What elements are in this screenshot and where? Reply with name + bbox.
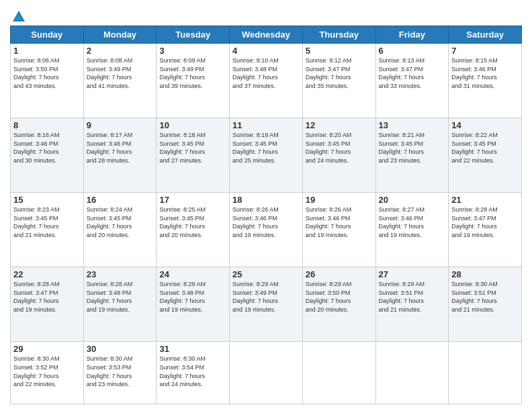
day-number: 2 — [87, 46, 154, 56]
day-number: 21 — [451, 195, 519, 205]
logo — [10, 9, 26, 21]
day-info-line: Daylight: 7 hours — [306, 223, 351, 230]
day-number: 13 — [379, 120, 446, 130]
day-info-line: Sunrise: 8:29 AM — [232, 281, 279, 287]
day-info: Sunrise: 8:18 AMSunset: 3:45 PMDaylight:… — [159, 131, 226, 165]
calendar-cell: 11Sunrise: 8:19 AMSunset: 3:45 PMDayligh… — [230, 118, 303, 193]
day-info-line: Daylight: 7 hours — [87, 373, 132, 379]
day-info-line: Sunset: 3:46 PM — [451, 66, 496, 73]
day-info-line: Sunset: 3:45 PM — [379, 140, 424, 147]
day-info-line: and 19 minutes. — [379, 232, 422, 238]
calendar-row-5: 29Sunrise: 8:30 AMSunset: 3:52 PMDayligh… — [11, 342, 522, 404]
day-info-line: Sunrise: 8:27 AM — [379, 206, 425, 213]
calendar-cell: 1Sunrise: 8:06 AMSunset: 3:50 PMDaylight… — [11, 44, 84, 118]
day-number: 12 — [306, 120, 373, 130]
day-info-line: and 30 minutes. — [13, 157, 56, 164]
calendar-cell: 10Sunrise: 8:18 AMSunset: 3:45 PMDayligh… — [157, 118, 230, 193]
day-info-line: Sunset: 3:46 PM — [379, 215, 424, 222]
day-info-line: Sunset: 3:48 PM — [232, 66, 277, 73]
day-number: 4 — [232, 46, 300, 56]
day-info-line: Sunrise: 8:06 AM — [13, 57, 60, 64]
day-info-line: Sunrise: 8:28 AM — [87, 281, 133, 287]
day-info-line: Sunrise: 8:29 AM — [306, 281, 352, 287]
weekday-header-friday: Friday — [375, 26, 449, 44]
logo-icon — [11, 9, 26, 24]
day-info: Sunrise: 8:27 AMSunset: 3:46 PMDaylight:… — [379, 205, 446, 239]
day-number: 16 — [87, 195, 154, 205]
day-info-line: Sunset: 3:45 PM — [232, 140, 277, 147]
day-info-line: Sunset: 3:47 PM — [306, 66, 351, 73]
calendar-row-1: 1Sunrise: 8:06 AMSunset: 3:50 PMDaylight… — [11, 44, 522, 118]
day-info-line: Sunrise: 8:30 AM — [87, 355, 133, 362]
day-info-line: Sunrise: 8:30 AM — [451, 281, 498, 287]
day-info: Sunrise: 8:19 AMSunset: 3:45 PMDaylight:… — [232, 131, 300, 165]
day-info-line: Sunrise: 8:13 AM — [379, 57, 425, 64]
day-info-line: Daylight: 7 hours — [87, 298, 132, 304]
day-info-line: and 24 minutes. — [306, 157, 349, 164]
calendar-cell: 12Sunrise: 8:20 AMSunset: 3:45 PMDayligh… — [302, 118, 375, 193]
day-number: 19 — [306, 195, 373, 205]
day-info-line: and 19 minutes. — [232, 232, 275, 238]
calendar-cell — [302, 342, 375, 404]
day-number: 29 — [13, 344, 81, 354]
day-info-line: Sunset: 3:48 PM — [159, 289, 204, 296]
day-info-line: Sunrise: 8:26 AM — [306, 206, 352, 213]
day-info: Sunrise: 8:22 AMSunset: 3:45 PMDaylight:… — [451, 131, 519, 165]
day-info-line: Sunrise: 8:20 AM — [306, 132, 352, 138]
day-info-line: Sunrise: 8:17 AM — [87, 132, 133, 138]
day-info-line: Sunrise: 8:26 AM — [232, 206, 279, 213]
day-info-line: Sunset: 3:45 PM — [306, 140, 351, 147]
day-number: 6 — [379, 46, 446, 56]
calendar-cell: 24Sunrise: 8:29 AMSunset: 3:48 PMDayligh… — [157, 267, 230, 342]
calendar-cell: 31Sunrise: 8:30 AMSunset: 3:54 PMDayligh… — [157, 342, 230, 404]
calendar-row-2: 8Sunrise: 8:16 AMSunset: 3:46 PMDaylight… — [11, 118, 522, 193]
day-info-line: and 21 minutes. — [379, 306, 422, 313]
day-number: 25 — [232, 269, 300, 279]
day-info-line: and 23 minutes. — [87, 381, 130, 387]
day-info-line: Sunset: 3:47 PM — [451, 215, 496, 222]
day-info-line: Sunrise: 8:08 AM — [87, 57, 133, 64]
day-info-line: Sunset: 3:45 PM — [159, 140, 204, 147]
day-info-line: Sunrise: 8:19 AM — [232, 132, 279, 138]
day-info-line: and 20 minutes. — [306, 306, 349, 313]
day-info: Sunrise: 8:29 AMSunset: 3:51 PMDaylight:… — [379, 280, 446, 314]
day-info-line: Daylight: 7 hours — [451, 74, 497, 81]
calendar-cell: 27Sunrise: 8:29 AMSunset: 3:51 PMDayligh… — [375, 267, 449, 342]
day-info-line: and 23 minutes. — [379, 157, 422, 164]
day-info: Sunrise: 8:16 AMSunset: 3:46 PMDaylight:… — [13, 131, 81, 165]
day-info-line: Sunset: 3:47 PM — [13, 289, 58, 296]
day-info-line: Daylight: 7 hours — [159, 74, 205, 81]
day-info-line: Daylight: 7 hours — [232, 74, 278, 81]
day-info-line: Daylight: 7 hours — [232, 223, 278, 230]
day-info: Sunrise: 8:26 AMSunset: 3:46 PMDaylight:… — [232, 205, 300, 239]
calendar-cell: 17Sunrise: 8:25 AMSunset: 3:45 PMDayligh… — [157, 193, 230, 267]
day-number: 5 — [306, 46, 373, 56]
calendar-cell: 19Sunrise: 8:26 AMSunset: 3:46 PMDayligh… — [302, 193, 375, 267]
day-info-line: and 39 minutes. — [159, 83, 202, 89]
day-info-line: and 20 minutes. — [87, 232, 130, 238]
day-info-line: Daylight: 7 hours — [159, 298, 205, 304]
day-info-line: Sunrise: 8:25 AM — [159, 206, 206, 213]
day-info-line: Sunrise: 8:24 AM — [87, 206, 133, 213]
day-number: 14 — [451, 120, 519, 130]
header-row: SundayMondayTuesdayWednesdayThursdayFrid… — [11, 26, 522, 44]
day-info-line: Sunset: 3:45 PM — [451, 140, 496, 147]
day-info-line: and 21 minutes. — [451, 306, 494, 313]
day-info-line: Daylight: 7 hours — [159, 148, 205, 155]
day-info-line: Daylight: 7 hours — [451, 148, 497, 155]
calendar-cell: 4Sunrise: 8:10 AMSunset: 3:48 PMDaylight… — [230, 44, 303, 118]
day-info: Sunrise: 8:29 AMSunset: 3:49 PMDaylight:… — [232, 280, 300, 314]
day-info: Sunrise: 8:30 AMSunset: 3:54 PMDaylight:… — [159, 355, 226, 388]
calendar-cell: 30Sunrise: 8:30 AMSunset: 3:53 PMDayligh… — [83, 342, 157, 404]
calendar-cell: 16Sunrise: 8:24 AMSunset: 3:45 PMDayligh… — [83, 193, 157, 267]
day-info: Sunrise: 8:28 AMSunset: 3:47 PMDaylight:… — [451, 205, 519, 239]
calendar-table: SundayMondayTuesdayWednesdayThursdayFrid… — [10, 26, 522, 404]
calendar-cell: 9Sunrise: 8:17 AMSunset: 3:46 PMDaylight… — [83, 118, 157, 193]
day-info-line: Daylight: 7 hours — [87, 148, 132, 155]
day-number: 31 — [159, 344, 226, 354]
day-info-line: Daylight: 7 hours — [13, 298, 59, 304]
day-info: Sunrise: 8:20 AMSunset: 3:45 PMDaylight:… — [306, 131, 373, 165]
day-info-line: Sunset: 3:49 PM — [159, 66, 204, 73]
day-info-line: Sunset: 3:52 PM — [13, 364, 58, 371]
day-info-line: Sunset: 3:50 PM — [306, 289, 351, 296]
